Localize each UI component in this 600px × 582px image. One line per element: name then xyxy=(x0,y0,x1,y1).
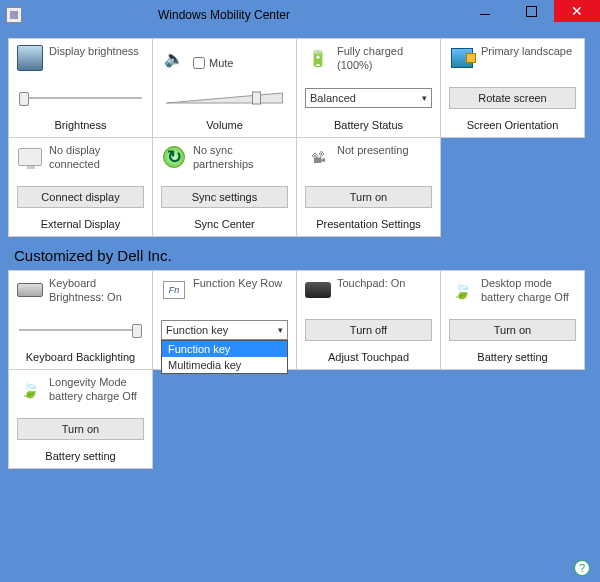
tile-volume: Mute Volume xyxy=(152,38,297,138)
battery-icon xyxy=(305,45,331,71)
tile-longevity: Longevity Mode battery charge Off Turn o… xyxy=(8,369,153,469)
leaf-icon xyxy=(17,376,43,402)
app-icon xyxy=(6,7,22,23)
chevron-down-icon: ▾ xyxy=(278,325,283,335)
window-controls: ✕ xyxy=(462,0,600,22)
rotate-screen-button[interactable]: Rotate screen xyxy=(449,87,576,109)
minimize-button[interactable] xyxy=(462,0,508,22)
tile-orientation: Primary landscape Rotate screen Screen O… xyxy=(440,38,585,138)
tile-footer: Screen Orientation xyxy=(441,115,584,137)
brightness-icon xyxy=(17,45,43,71)
content-area: Display brightness Brightness Mute xyxy=(0,30,600,473)
help-button[interactable]: ? xyxy=(574,560,590,576)
fn-key-combo[interactable]: Function key ▾ Function key Multimedia k… xyxy=(161,320,288,340)
tile-row-2: No display connected Connect display Ext… xyxy=(8,137,592,237)
desktop-battery-turn-on-button[interactable]: Turn on xyxy=(449,319,576,341)
monitor-icon xyxy=(17,144,43,170)
touchpad-turn-off-button[interactable]: Turn off xyxy=(305,319,432,341)
connect-display-button[interactable]: Connect display xyxy=(17,186,144,208)
maximize-button[interactable] xyxy=(508,0,554,22)
dropdown-option[interactable]: Multimedia key xyxy=(162,357,287,373)
tile-footer: Presentation Settings xyxy=(297,214,440,236)
tile-footer: Volume xyxy=(153,115,296,137)
tile-footer: External Display xyxy=(9,214,152,236)
tile-footer: Keyboard Backlighting xyxy=(9,347,152,369)
brightness-slider[interactable] xyxy=(17,91,144,105)
tile-presentation: Not presenting Turn on Presentation Sett… xyxy=(296,137,441,237)
tile-footer: Battery setting xyxy=(9,446,152,468)
combo-value: Balanced xyxy=(310,92,356,104)
tile-external-display: No display connected Connect display Ext… xyxy=(8,137,153,237)
tile-label: No sync partnerships xyxy=(193,144,288,180)
volume-slider[interactable] xyxy=(161,91,288,105)
tile-label: Desktop mode battery charge Off xyxy=(481,277,576,313)
tile-label: Not presenting xyxy=(337,144,409,180)
tile-label: Primary landscape xyxy=(481,45,572,81)
mute-checkbox-input[interactable] xyxy=(193,57,205,69)
keyboard-icon xyxy=(17,277,43,303)
screen-rotate-icon xyxy=(449,45,475,71)
tile-kbd-backlight: Keyboard Brightness: On Keyboard Backlig… xyxy=(8,270,153,370)
title-bar: Windows Mobility Center ✕ xyxy=(0,0,600,30)
fn-key-icon: Fn xyxy=(161,277,187,303)
longevity-turn-on-button[interactable]: Turn on xyxy=(17,418,144,440)
combo-value: Function key xyxy=(166,324,228,336)
tile-label: Display brightness xyxy=(49,45,139,81)
window-title: Windows Mobility Center xyxy=(26,8,462,22)
kbd-brightness-slider[interactable] xyxy=(17,323,144,337)
chevron-down-icon: ▾ xyxy=(422,93,427,103)
tile-label: Longevity Mode battery charge Off xyxy=(49,376,144,412)
speaker-icon xyxy=(161,45,187,71)
projector-icon xyxy=(305,144,331,170)
presentation-turn-on-button[interactable]: Turn on xyxy=(305,186,432,208)
tile-row-dell-1: Keyboard Brightness: On Keyboard Backlig… xyxy=(8,270,592,370)
tile-label: Touchpad: On xyxy=(337,277,406,313)
tile-label: Function Key Row xyxy=(193,277,282,313)
sync-settings-button[interactable]: Sync settings xyxy=(161,186,288,208)
tile-label: No display connected xyxy=(49,144,144,180)
mute-checkbox[interactable]: Mute xyxy=(193,45,233,81)
svg-rect-1 xyxy=(253,92,261,104)
mute-label: Mute xyxy=(209,57,233,69)
tile-desktop-battery: Desktop mode battery charge Off Turn on … xyxy=(440,270,585,370)
tile-battery: Fully charged (100%) Balanced ▾ Battery … xyxy=(296,38,441,138)
tile-row-1: Display brightness Brightness Mute xyxy=(8,38,592,138)
tile-footer: Adjust Touchpad xyxy=(297,347,440,369)
power-plan-combo[interactable]: Balanced ▾ xyxy=(305,88,432,108)
fn-key-dropdown-list: Function key Multimedia key xyxy=(161,340,288,374)
tile-footer: Sync Center xyxy=(153,214,296,236)
tile-brightness: Display brightness Brightness xyxy=(8,38,153,138)
tile-fn-key: Fn Function Key Row Function key ▾ Funct… xyxy=(152,270,297,370)
tile-footer: Battery Status xyxy=(297,115,440,137)
svg-marker-0 xyxy=(167,93,283,103)
tile-footer: Battery setting xyxy=(441,347,584,369)
section-title: Customized by Dell Inc. xyxy=(8,237,592,270)
tile-touchpad: Touchpad: On Turn off Adjust Touchpad xyxy=(296,270,441,370)
sync-icon xyxy=(161,144,187,170)
close-button[interactable]: ✕ xyxy=(554,0,600,22)
dropdown-option[interactable]: Function key xyxy=(162,341,287,357)
leaf-icon xyxy=(449,277,475,303)
tile-label: Fully charged (100%) xyxy=(337,45,432,81)
touchpad-icon xyxy=(305,277,331,303)
tile-label: Keyboard Brightness: On xyxy=(49,277,144,313)
tile-sync: No sync partnerships Sync settings Sync … xyxy=(152,137,297,237)
tile-footer: Brightness xyxy=(9,115,152,137)
tile-row-dell-2: Longevity Mode battery charge Off Turn o… xyxy=(8,369,592,469)
